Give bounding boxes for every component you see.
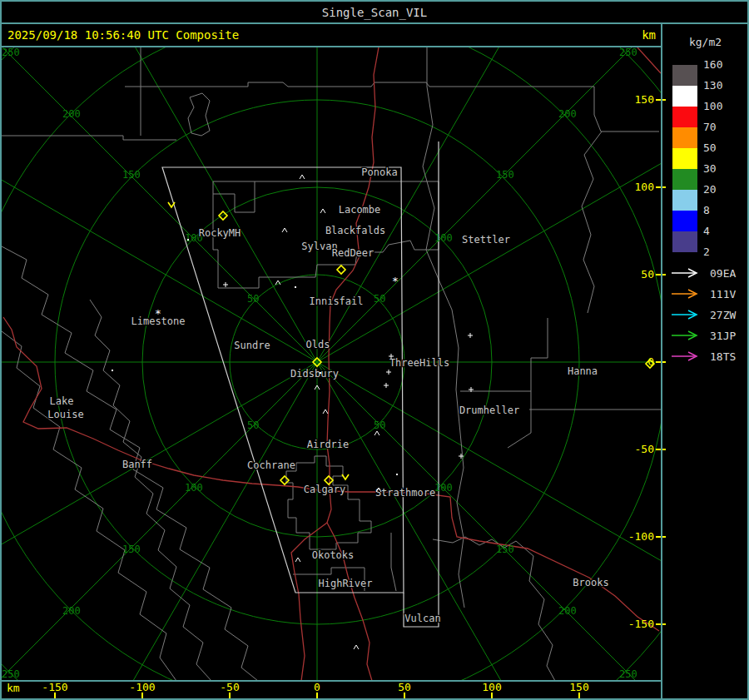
scale-value-label: 20 xyxy=(703,183,717,196)
city-label-reddeer: RedDeer xyxy=(332,247,374,259)
scale-value-label: 160 xyxy=(703,58,722,71)
scale-value-label: 4 xyxy=(703,225,710,237)
scan-timestamp: 2025/09/18 10:56:40 UTC Composite xyxy=(7,28,239,42)
city-label-didsbury: Didsbury xyxy=(290,368,339,380)
city-label-strathmore: Strathmore xyxy=(375,487,435,499)
town-marker-caret-icon xyxy=(320,209,325,213)
town-marker-caret-icon xyxy=(300,175,305,179)
ring-distance-label: 150 xyxy=(122,169,141,181)
ring-distance-label: 100 xyxy=(434,232,453,244)
ring-distance-label: 50 xyxy=(374,293,385,305)
right-axis-label: 150 xyxy=(635,93,654,106)
track-id-label: 09EA xyxy=(710,267,736,280)
ring-distance-label: 50 xyxy=(247,293,259,305)
city-label-cochrane: Cochrane xyxy=(247,459,295,471)
track-legend-row-09EA: 09EA xyxy=(670,266,736,280)
ring-distance-label: 250 xyxy=(2,47,20,58)
storm-cell-chevron-icon xyxy=(342,474,349,479)
town-marker-plus-icon xyxy=(386,370,391,375)
town-marker-caret-icon xyxy=(354,645,359,649)
town-marker-plus-icon xyxy=(468,333,473,338)
town-marker-dot-icon xyxy=(187,239,189,241)
axis-units-label: km xyxy=(642,28,656,42)
bottom-axis-label: 100 xyxy=(482,681,501,693)
radar-app-window: 5050505010010010010015015015015020020020… xyxy=(0,0,749,700)
ring-distance-label: 100 xyxy=(434,482,453,494)
ring-distance-label: 200 xyxy=(558,108,577,120)
legend-units-label: kg/m2 xyxy=(663,36,747,48)
track-legend-row-31JP: 31JP xyxy=(670,329,736,342)
bottom-axis-unit-label: km xyxy=(7,682,20,694)
city-label-ponoka: Ponoka xyxy=(361,166,397,178)
right-axis-label: -50 xyxy=(635,443,654,455)
town-marker-caret-icon xyxy=(323,410,328,414)
right-axis-label: 50 xyxy=(641,268,654,280)
track-legend-row-111V: 111V xyxy=(670,287,736,300)
scale-value-label: 2 xyxy=(703,246,710,258)
ring-distance-label: 250 xyxy=(619,668,637,680)
ring-distance-label: 200 xyxy=(62,108,81,120)
track-arrow-icon xyxy=(670,350,703,362)
svg-text:*: * xyxy=(392,275,399,287)
right-axis-label: 0 xyxy=(647,355,654,368)
color-scale xyxy=(672,65,697,252)
title-bar: Single_Scan_VIL xyxy=(2,2,747,22)
city-label-hanna: Hanna xyxy=(568,365,598,377)
city-label-rockymh: RockyMH xyxy=(199,227,241,239)
track-id-label: 18TS xyxy=(710,350,736,363)
city-label-vulcan: Vulcan xyxy=(404,613,440,624)
scale-color-swatch-2 xyxy=(672,107,697,127)
track-arrow-icon xyxy=(670,288,703,300)
bottom-axis-label: 150 xyxy=(569,681,588,693)
city-label-banff: Banff xyxy=(122,459,152,470)
bottom-axis-label: 50 xyxy=(398,681,411,693)
city-label-lacombe: Lacombe xyxy=(339,204,381,216)
ring-distance-label: 250 xyxy=(619,47,637,58)
bottom-axis-label: -100 xyxy=(129,681,155,693)
city-label-airdrie: Airdrie xyxy=(307,439,350,450)
ring-distance-label: 250 xyxy=(2,668,20,680)
right-axis-label: -150 xyxy=(628,618,654,630)
track-arrow-icon xyxy=(670,309,703,320)
ring-distance-label: 150 xyxy=(122,544,141,555)
radar-site-diamond-icon xyxy=(337,266,345,274)
town-marker-plus-icon xyxy=(384,383,389,388)
city-label-highriver: HighRiver xyxy=(318,578,372,589)
city-label-olds: Olds xyxy=(306,339,330,350)
city-label-brooks: Brooks xyxy=(573,577,608,588)
city-label-lake: Lake xyxy=(50,395,74,407)
ring-distance-label: 150 xyxy=(496,169,514,181)
town-marker-dot-icon xyxy=(112,370,113,371)
city-label-stettler: Stettler xyxy=(462,234,510,246)
window-title: Single_Scan_VIL xyxy=(322,6,427,19)
track-arrow-icon xyxy=(670,267,703,279)
ring-distance-label: 50 xyxy=(247,420,259,431)
city-label-threehills: ThreeHills xyxy=(389,357,449,369)
city-label-louise: Louise xyxy=(47,409,83,420)
bottom-axis-label: -150 xyxy=(42,681,67,693)
track-arrow-icon xyxy=(670,330,703,341)
town-marker-caret-icon xyxy=(374,431,379,435)
city-label-sundre: Sundre xyxy=(234,340,270,351)
ring-distance-label: 200 xyxy=(62,605,81,617)
header-bar: 2025/09/18 10:56:40 UTC Composite km xyxy=(2,24,662,46)
scale-value-label: 8 xyxy=(703,204,710,216)
map-labels: 5050505010010010010015015015015020020020… xyxy=(2,47,654,680)
track-id-label: 111V xyxy=(710,288,736,300)
ring-distance-label: 50 xyxy=(374,420,385,431)
radar-map[interactable]: 5050505010010010010015015015015020020020… xyxy=(0,0,749,700)
town-marker-star-icon: * xyxy=(155,307,161,320)
scale-value-label: 130 xyxy=(703,79,722,92)
svg-text:*: * xyxy=(155,307,161,320)
scale-value-label: 50 xyxy=(703,141,717,154)
scale-color-swatch-1 xyxy=(672,86,697,107)
town-marker-dot-icon xyxy=(295,286,296,288)
scale-color-swatch-3 xyxy=(672,127,697,148)
ring-distance-label: 100 xyxy=(185,482,203,494)
scale-value-label: 30 xyxy=(703,162,717,175)
track-legend-row-18TS: 18TS xyxy=(670,350,736,363)
track-legend-row-27ZW: 27ZW xyxy=(670,308,736,321)
town-marker-plus-icon xyxy=(223,282,228,287)
town-marker-dot-icon xyxy=(396,474,398,475)
bottom-axis-label: 0 xyxy=(314,681,320,693)
